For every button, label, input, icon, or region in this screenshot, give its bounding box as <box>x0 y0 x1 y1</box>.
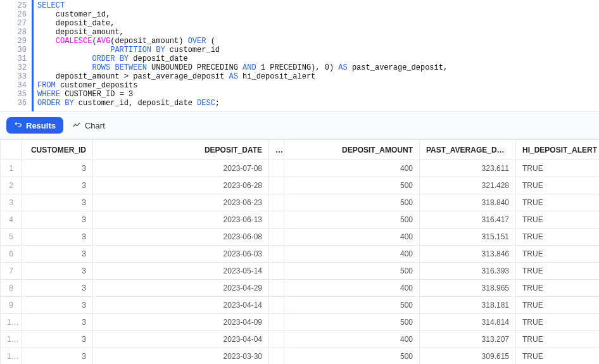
table-row[interactable]: 332023-06-23500318.840TRUE <box>1 194 600 211</box>
editor-code[interactable]: SELECT customer_id, deposit_date, deposi… <box>37 1 599 108</box>
results-table-wrap[interactable]: CUSTOMER_ID DEPOSIT_DATE … DEPOSIT_AMOUN… <box>0 139 599 364</box>
sql-editor[interactable]: 252627282930313233343536 SELECT customer… <box>0 0 599 112</box>
results-label: Results <box>26 121 56 130</box>
table-row[interactable]: 1232023-03-30500309.615TRUE <box>1 348 600 365</box>
arrow-return-icon <box>14 120 22 130</box>
table-row[interactable]: 1132023-04-04400313.207TRUE <box>1 331 600 348</box>
col-past-average-deposit[interactable]: PAST_AVERAGE_DEPOSIT <box>420 140 516 160</box>
table-header-row: CUSTOMER_ID DEPOSIT_DATE … DEPOSIT_AMOUN… <box>1 140 600 160</box>
col-hi-deposit-alert-label: HI_DEPOSIT_ALERT <box>522 146 597 154</box>
results-toolbar: Results Chart <box>0 112 599 139</box>
editor-gutter: 252627282930313233343536 <box>0 0 32 111</box>
table-row[interactable]: 732023-05-14500316.393TRUE <box>1 263 600 280</box>
chart-line-icon <box>72 120 81 131</box>
table-row[interactable]: 432023-06-13500316.417TRUE <box>1 211 600 229</box>
chart-button[interactable]: Chart <box>72 120 105 131</box>
table-row[interactable]: 532023-06-08400315.151TRUE <box>1 229 600 246</box>
row-number-header <box>1 140 22 160</box>
table-row[interactable]: 232023-06-28500321.428TRUE <box>1 177 600 194</box>
results-table: CUSTOMER_ID DEPOSIT_DATE … DEPOSIT_AMOUN… <box>0 139 599 364</box>
col-customer-id[interactable]: CUSTOMER_ID <box>22 140 93 160</box>
table-row[interactable]: 1032023-04-09500314.814TRUE <box>1 314 600 331</box>
chart-label: Chart <box>85 121 105 130</box>
col-deposit-amount[interactable]: DEPOSIT_AMOUNT <box>284 140 420 160</box>
table-row[interactable]: 832023-04-29400318.965TRUE <box>1 280 600 297</box>
col-deposit-date[interactable]: DEPOSIT_DATE <box>93 140 269 160</box>
table-row[interactable]: 132023-07-08400323.611TRUE <box>1 160 600 177</box>
col-hi-deposit-alert[interactable]: HI_DEPOSIT_ALERT <box>516 140 600 160</box>
results-button[interactable]: Results <box>6 117 63 134</box>
table-row[interactable]: 632023-06-03400313.846TRUE <box>1 246 600 263</box>
table-row[interactable]: 932023-04-14500318.181TRUE <box>1 297 600 314</box>
col-ellipsis[interactable]: … <box>269 140 284 160</box>
